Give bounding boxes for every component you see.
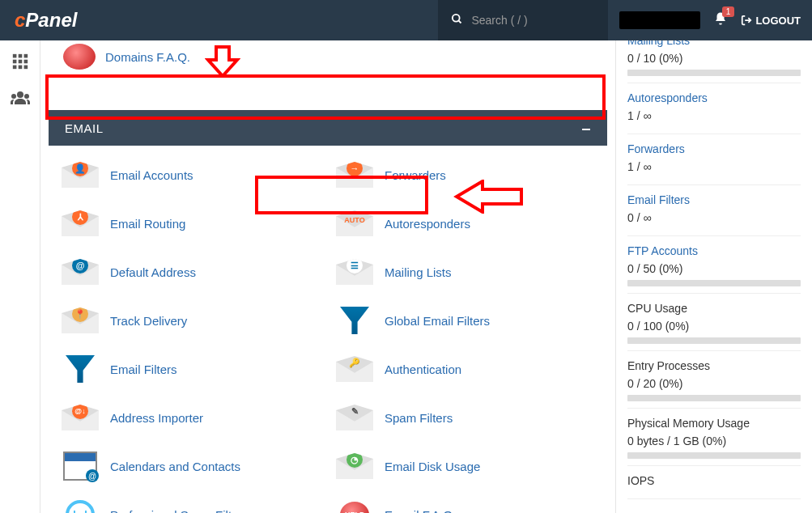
stat-block: Mailing Lists0 / 10 (0%) <box>627 40 801 83</box>
authentication-icon: 🔑 <box>336 354 373 384</box>
stat-title: Physical Memory Usage <box>627 417 801 430</box>
svg-rect-10 <box>23 66 28 70</box>
disk-usage-item[interactable]: ◔ Email Disk Usage <box>331 450 599 482</box>
stat-value: 0 / 50 (0%) <box>627 262 801 275</box>
stat-block: CPU Usage0 / 100 (0%) <box>627 294 801 351</box>
email-section-header[interactable]: EMAIL – <box>49 110 607 146</box>
track-delivery-item[interactable]: 📍 Track Delivery <box>57 304 325 337</box>
autoresponders-icon: AUTO <box>336 209 373 238</box>
stat-block: FTP Accounts0 / 50 (0%) <box>627 236 801 294</box>
stat-value: 0 / 10 (0%) <box>627 52 801 65</box>
stat-progress-bar <box>627 70 801 76</box>
stat-title[interactable]: Mailing Lists <box>627 40 801 47</box>
autoresponders-item[interactable]: AUTO Autoresponders <box>331 207 599 240</box>
global-filters-icon <box>336 306 373 335</box>
svg-rect-2 <box>12 54 16 58</box>
calendars-icon <box>62 452 99 481</box>
email-accounts-icon: 👤 <box>62 160 99 189</box>
stat-title[interactable]: Forwarders <box>627 142 801 155</box>
section-title: EMAIL <box>65 121 104 135</box>
notification-bell-icon[interactable]: 1 <box>713 11 728 30</box>
nav-users-icon[interactable] <box>9 87 32 110</box>
stat-block: Physical Memory Usage0 bytes / 1 GB (0%) <box>627 409 801 466</box>
stat-value: 0 / 100 (0%) <box>627 320 801 333</box>
track-delivery-icon: 📍 <box>62 306 99 335</box>
stat-value: 0 bytes / 1 GB (0%) <box>627 435 801 447</box>
stat-value: 1 / ∞ <box>627 109 801 122</box>
svg-rect-5 <box>12 60 16 64</box>
email-grid: 👤 Email Accounts → Forwarders ⅄ Email Ro… <box>49 146 607 513</box>
svg-rect-4 <box>23 54 28 58</box>
email-routing-item[interactable]: ⅄ Email Routing <box>57 207 325 240</box>
svg-point-12 <box>11 94 16 99</box>
email-filters-icon <box>62 354 99 384</box>
stat-block: Autoresponders1 / ∞ <box>627 83 801 134</box>
search-box[interactable] <box>438 0 608 40</box>
default-address-icon: @ <box>62 257 99 286</box>
header: cPanel 1 LOGOUT <box>0 0 812 40</box>
svg-point-11 <box>17 91 23 98</box>
authentication-item[interactable]: 🔑 Authentication <box>331 353 599 385</box>
email-filters-item[interactable]: Email Filters <box>57 353 325 385</box>
stat-title: IOPS <box>627 474 801 487</box>
email-accounts-item[interactable]: 👤 Email Accounts <box>57 159 325 191</box>
username-redacted <box>619 11 700 29</box>
cpanel-logo[interactable]: cPanel <box>0 9 91 32</box>
collapse-icon[interactable]: – <box>581 119 591 138</box>
default-address-item[interactable]: @ Default Address <box>57 256 325 288</box>
forwarders-icon: → <box>336 160 373 189</box>
stat-progress-bar <box>627 280 801 286</box>
nav-apps-icon[interactable] <box>9 50 32 73</box>
svg-point-13 <box>24 94 29 99</box>
logout-label: LOGOUT <box>755 15 801 27</box>
global-filters-item[interactable]: Global Email Filters <box>331 304 599 337</box>
search-input[interactable] <box>471 14 585 27</box>
stat-title: CPU Usage <box>627 302 801 315</box>
email-faq-icon: HELP <box>336 500 373 513</box>
spam-filters-item[interactable]: ✎ Spam Filters <box>331 401 599 434</box>
svg-rect-3 <box>18 54 22 58</box>
svg-rect-9 <box>18 66 22 70</box>
stat-title[interactable]: FTP Accounts <box>627 244 801 257</box>
stat-value: 1 / ∞ <box>627 160 801 173</box>
left-nav <box>0 40 40 513</box>
email-routing-icon: ⅄ <box>62 209 99 238</box>
domains-faq-item[interactable]: Domains F.A.Q. <box>49 40 607 76</box>
stats-sidebar: Mailing Lists0 / 10 (0%)Autoresponders1 … <box>615 40 812 513</box>
domains-faq-label: Domains F.A.Q. <box>105 50 190 64</box>
stat-block: IOPS <box>627 466 801 499</box>
svg-rect-8 <box>12 66 16 70</box>
logout-button[interactable]: LOGOUT <box>741 15 801 27</box>
disk-usage-icon: ◔ <box>336 452 373 481</box>
notification-badge: 1 <box>722 6 735 17</box>
pro-spam-icon <box>62 500 99 513</box>
search-icon <box>451 13 463 28</box>
help-button-icon <box>63 44 96 70</box>
calendars-item[interactable]: Calendars and Contacts <box>57 450 325 482</box>
stat-block: Entry Processes0 / 20 (0%) <box>627 351 801 409</box>
stat-value: 0 / ∞ <box>627 211 801 224</box>
stat-block: Forwarders1 / ∞ <box>627 134 801 185</box>
stat-progress-bar <box>627 452 801 459</box>
spam-filters-icon: ✎ <box>336 403 373 432</box>
main-content: Domains F.A.Q. EMAIL – 👤 Email Accounts … <box>40 40 615 513</box>
address-importer-icon: @↓ <box>62 403 99 432</box>
stat-progress-bar <box>627 395 801 401</box>
stat-title: Entry Processes <box>627 359 801 372</box>
stat-title[interactable]: Autoresponders <box>627 91 801 104</box>
svg-line-1 <box>459 20 461 23</box>
stat-title[interactable]: Email Filters <box>627 193 801 206</box>
address-importer-item[interactable]: @↓ Address Importer <box>57 401 325 434</box>
svg-rect-7 <box>23 60 28 64</box>
pro-spam-item[interactable]: Professional Spam Filter <box>57 498 325 513</box>
stat-block: Email Filters0 / ∞ <box>627 185 801 236</box>
svg-rect-6 <box>18 60 22 64</box>
forwarders-item[interactable]: → Forwarders <box>331 159 599 191</box>
email-faq-item[interactable]: HELP E-mail F.A.Q. <box>331 498 599 513</box>
stat-value: 0 / 20 (0%) <box>627 377 801 390</box>
stat-progress-bar <box>627 337 801 344</box>
mailing-lists-icon: ☰ <box>336 257 373 286</box>
svg-point-0 <box>453 14 460 21</box>
mailing-lists-item[interactable]: ☰ Mailing Lists <box>331 256 599 288</box>
